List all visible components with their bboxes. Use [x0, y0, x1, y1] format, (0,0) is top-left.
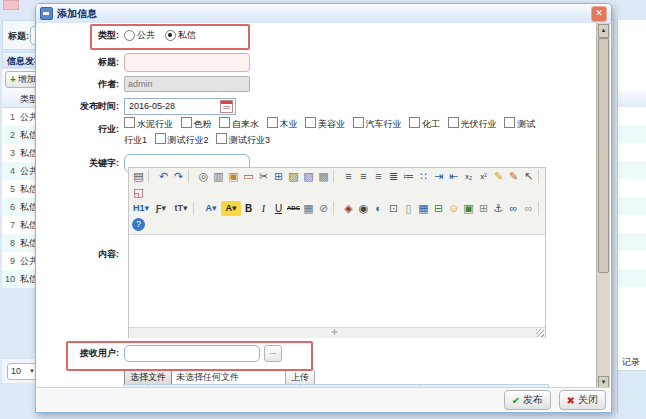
emoticon-icon[interactable]: ☺: [446, 201, 461, 216]
preview-icon[interactable]: ◎: [196, 169, 211, 184]
anchor-icon[interactable]: ⚓: [491, 201, 506, 216]
author-row: 作者:: [37, 76, 250, 92]
checkbox-icon[interactable]: [409, 117, 420, 128]
industry-options: 水泥行业 色粉 自来水 木业 美容业 汽车行业 化工 光伏行业 测试行业1 测试…: [124, 116, 538, 148]
code-icon[interactable]: ▭: [241, 169, 256, 184]
quick-format-icon[interactable]: ✎: [506, 169, 521, 184]
checkbox-industry[interactable]: 色粉: [181, 119, 212, 129]
unlink-icon[interactable]: ∞: [521, 201, 536, 216]
indent-icon[interactable]: ⇥: [431, 169, 446, 184]
publish-date-label: 发布时间:: [37, 100, 119, 113]
radio-public[interactable]: 公共: [124, 29, 155, 42]
paste-text-icon[interactable]: ▩: [316, 169, 331, 184]
font-name-icon[interactable]: Ƒ▾: [151, 201, 171, 216]
outdent-icon[interactable]: ⇤: [446, 169, 461, 184]
capture-icon[interactable]: ⊞: [476, 201, 491, 216]
background-tab[interactable]: [3, 0, 19, 10]
checkbox-icon[interactable]: [219, 117, 230, 128]
image-icon[interactable]: ▣: [461, 201, 476, 216]
checkbox-industry[interactable]: 木业: [267, 119, 298, 129]
underline-icon[interactable]: U: [271, 201, 286, 216]
subscript-icon[interactable]: x₂: [461, 169, 476, 184]
toolbar-separator: [333, 202, 339, 215]
file-icon[interactable]: ▯: [401, 201, 416, 216]
text-color-icon[interactable]: A▾: [201, 201, 221, 216]
checkbox-industry[interactable]: 水泥行业: [124, 119, 173, 129]
ordered-list-icon[interactable]: ≔: [401, 169, 416, 184]
italic-icon[interactable]: I: [256, 201, 271, 216]
template-icon[interactable]: ▣: [226, 169, 241, 184]
publish-date-row: 发布时间: 2016-05-28: [37, 98, 236, 115]
industry-row: 行业: 水泥行业 色粉 自来水 木业 美容业 汽车行业 化工 光伏行业 测试行业…: [37, 116, 538, 148]
link-icon[interactable]: ∞: [506, 201, 521, 216]
checkbox-industry[interactable]: 光伏行业: [448, 119, 497, 129]
scroll-up-icon[interactable]: ▲: [598, 24, 609, 38]
dialog-scrollbar[interactable]: ▲ ▼: [596, 23, 610, 391]
copy-icon[interactable]: ⊞: [271, 169, 286, 184]
unordered-list-icon[interactable]: ∷: [416, 169, 431, 184]
page-size-select[interactable]: 10▼: [7, 363, 38, 380]
resize-handle-icon[interactable]: ✛: [331, 328, 338, 338]
checkbox-industry[interactable]: 汽车行业: [353, 119, 402, 129]
borders-icon[interactable]: ▦: [301, 201, 316, 216]
undo-icon[interactable]: ↶: [156, 169, 171, 184]
title-input[interactable]: [124, 53, 250, 72]
superscript-icon[interactable]: x²: [476, 169, 491, 184]
checkbox-icon[interactable]: [155, 133, 166, 144]
checkbox-icon[interactable]: [216, 133, 227, 144]
radio-checked-icon[interactable]: [165, 30, 176, 41]
close-button[interactable]: ✖关闭: [559, 390, 606, 410]
print-icon[interactable]: ▥: [211, 169, 226, 184]
justify-icon[interactable]: ≣: [386, 169, 401, 184]
highlight-color-icon[interactable]: A▾: [221, 201, 241, 216]
checkbox-industry[interactable]: 测试行业3: [216, 135, 270, 145]
receiver-input[interactable]: [124, 345, 260, 362]
align-right-icon[interactable]: ≡: [371, 169, 386, 184]
checkbox-industry[interactable]: 自来水: [219, 119, 259, 129]
source-icon[interactable]: ▤: [131, 169, 146, 184]
dialog-titlebar[interactable]: 添加信息 ✕: [36, 4, 611, 24]
table-icon[interactable]: ▦: [416, 201, 431, 216]
checkbox-icon[interactable]: [353, 117, 364, 128]
browse-users-button[interactable]: ...: [264, 345, 282, 362]
industry-label: 行业:: [37, 123, 119, 136]
bold-icon[interactable]: B: [241, 201, 256, 216]
editor-content-area[interactable]: [129, 235, 545, 327]
flash-icon[interactable]: ◈: [341, 201, 356, 216]
cut-icon[interactable]: ✂: [256, 169, 271, 184]
embed-icon[interactable]: ◐: [371, 201, 386, 216]
strikethrough-icon[interactable]: ABC: [286, 201, 301, 216]
eraser-icon[interactable]: ⊘: [316, 201, 331, 216]
media-icon[interactable]: ◉: [356, 201, 371, 216]
hr-icon[interactable]: ⊟: [431, 201, 446, 216]
fullscreen-icon[interactable]: ◱: [131, 185, 146, 200]
scrollbar-thumb[interactable]: [598, 38, 609, 273]
checkbox-industry[interactable]: 美容业: [305, 119, 345, 129]
checkbox-icon[interactable]: [448, 117, 459, 128]
paste-icon[interactable]: ▨: [286, 169, 301, 184]
checkbox-industry[interactable]: 化工: [409, 119, 440, 129]
publish-button[interactable]: ✔发布: [504, 390, 551, 410]
align-left-icon[interactable]: ≡: [341, 169, 356, 184]
font-size-icon[interactable]: tT▾: [171, 201, 191, 216]
checkbox-icon[interactable]: [124, 117, 135, 128]
checkbox-icon[interactable]: [305, 117, 316, 128]
calendar-icon[interactable]: [220, 100, 233, 113]
align-center-icon[interactable]: ≡: [356, 169, 371, 184]
checkbox-icon[interactable]: [504, 117, 515, 128]
heading-icon[interactable]: H1▾: [131, 201, 151, 216]
checkbox-industry[interactable]: 测试行业2: [155, 135, 209, 145]
radio-icon[interactable]: [124, 30, 135, 41]
format-brush-icon[interactable]: ✎: [491, 169, 506, 184]
select-all-icon[interactable]: ↖: [521, 169, 536, 184]
about-icon[interactable]: ?: [132, 218, 145, 231]
date-input[interactable]: 2016-05-28: [124, 98, 236, 115]
movie-icon[interactable]: ⊡: [386, 201, 401, 216]
checkbox-icon[interactable]: [181, 117, 192, 128]
corner-resize-icon[interactable]: [536, 329, 544, 337]
radio-private[interactable]: 私信: [165, 29, 196, 42]
close-icon[interactable]: ✕: [591, 6, 607, 22]
checkbox-icon[interactable]: [267, 117, 278, 128]
redo-icon[interactable]: ↷: [171, 169, 186, 184]
paste-word-icon[interactable]: ▧: [301, 169, 316, 184]
